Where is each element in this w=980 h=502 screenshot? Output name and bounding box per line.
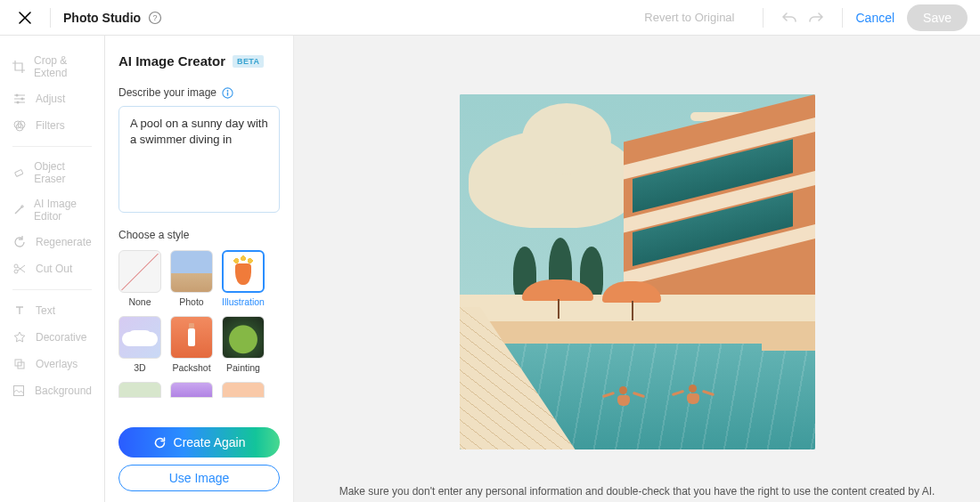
sidebar-item-background[interactable]: Background: [0, 377, 104, 404]
ai-disclaimer: Make sure you don't enter any personal i…: [322, 485, 953, 498]
main: Crop & Extend Adjust Filters Object Eras…: [0, 36, 980, 502]
close-button[interactable]: [12, 12, 37, 24]
eraser-icon: [12, 166, 25, 180]
help-button[interactable]: ?: [148, 11, 162, 25]
beta-badge: BETA: [233, 55, 264, 68]
sidebar-item-label: Object Eraser: [34, 160, 92, 185]
redo-icon: [808, 11, 824, 25]
revert-button[interactable]: Revert to Original: [644, 11, 734, 24]
divider: [50, 8, 51, 28]
sidebar-item-overlays[interactable]: Overlays: [0, 351, 104, 377]
sidebar-item-adjust[interactable]: Adjust: [0, 85, 104, 112]
sidebar-item-label: Overlays: [36, 358, 78, 370]
save-button[interactable]: Save: [907, 4, 968, 31]
divider: [12, 146, 92, 147]
redo-button[interactable]: [808, 11, 824, 25]
create-again-label: Create Again: [174, 435, 246, 449]
sidebar-item-label: Crop & Extend: [34, 54, 92, 79]
sidebar-item-ai-editor[interactable]: AI Image Editor: [0, 191, 104, 229]
style-option-packshot[interactable]: [170, 316, 213, 359]
svg-text:?: ?: [153, 13, 158, 22]
svg-point-4: [17, 101, 20, 104]
divider: [763, 8, 764, 28]
info-button[interactable]: [222, 87, 233, 99]
sidebar-item-label: Regenerate: [36, 236, 92, 248]
cancel-button[interactable]: Cancel: [855, 11, 894, 25]
divider: [842, 8, 843, 28]
scissors-icon: [12, 262, 27, 276]
style-option-3d[interactable]: [118, 316, 161, 359]
style-label: Packshot: [170, 362, 213, 373]
overlays-icon: [12, 357, 27, 371]
wand-icon: [12, 203, 25, 217]
help-icon: ?: [148, 11, 162, 25]
svg-point-3: [21, 98, 24, 101]
svg-point-15: [227, 90, 229, 92]
page-title: Photo Studio: [63, 11, 141, 25]
style-label: Illustration: [222, 296, 265, 307]
crop-icon: [12, 60, 25, 74]
sidebar-item-label: Text: [36, 304, 55, 317]
undo-icon: [781, 11, 797, 25]
create-again-button[interactable]: Create Again: [118, 427, 280, 457]
edit-panel: AI Image Creator BETA Describe your imag…: [105, 36, 293, 502]
close-icon: [19, 12, 31, 24]
svg-point-2: [16, 94, 19, 97]
style-label: None: [118, 296, 161, 307]
style-option-painting[interactable]: [222, 316, 265, 359]
style-option-photo[interactable]: [170, 250, 213, 293]
style-label: Painting: [222, 362, 265, 373]
sidebar-item-eraser[interactable]: Object Eraser: [0, 154, 104, 191]
style-label: 3D: [118, 362, 161, 373]
adjust-icon: [12, 92, 27, 106]
sidebar-item-label: Cut Out: [36, 263, 72, 275]
style-option-partial[interactable]: [222, 382, 265, 398]
decorative-icon: [12, 330, 27, 344]
undo-button[interactable]: [781, 11, 797, 25]
style-label: Photo: [170, 296, 213, 307]
svg-rect-16: [227, 92, 228, 95]
style-option-partial[interactable]: [170, 382, 213, 398]
left-nav: Crop & Extend Adjust Filters Object Eras…: [0, 36, 105, 502]
sidebar-item-label: Background: [35, 385, 92, 397]
sidebar-item-regenerate[interactable]: Regenerate: [0, 229, 104, 255]
svg-point-10: [14, 270, 18, 273]
sidebar-item-label: Adjust: [36, 93, 65, 105]
divider: [12, 289, 92, 290]
sidebar-item-label: Filters: [36, 119, 65, 132]
use-image-button[interactable]: Use Image: [118, 465, 280, 491]
sidebar-item-crop[interactable]: Crop & Extend: [0, 48, 104, 85]
filters-icon: [12, 118, 27, 133]
sidebar-item-label: Decorative: [36, 331, 86, 344]
sidebar-item-filters[interactable]: Filters: [0, 112, 104, 139]
style-option-illustration[interactable]: [222, 250, 265, 293]
info-icon: [222, 87, 233, 99]
svg-rect-8: [15, 169, 23, 176]
styles-grid: None Photo Illustration 3D Packshot: [118, 250, 280, 420]
style-option-partial[interactable]: [118, 382, 161, 398]
prompt-input[interactable]: [118, 106, 280, 213]
regenerate-icon: [12, 235, 27, 249]
svg-point-9: [14, 264, 18, 268]
sidebar-item-text[interactable]: Text: [0, 297, 104, 324]
top-bar: Photo Studio ? Revert to Original Cancel…: [0, 0, 980, 36]
sidebar-item-decorative[interactable]: Decorative: [0, 324, 104, 351]
canvas-area: Make sure you don't enter any personal i…: [293, 36, 980, 502]
generated-image-preview[interactable]: [460, 94, 815, 449]
text-icon: [12, 304, 27, 318]
regenerate-icon: [153, 436, 167, 449]
choose-style-label: Choose a style: [118, 229, 280, 241]
sidebar-item-cutout[interactable]: Cut Out: [0, 255, 104, 282]
panel-title: AI Image Creator: [118, 53, 225, 69]
style-option-none[interactable]: [118, 250, 161, 293]
background-icon: [12, 384, 26, 398]
describe-label: Describe your image: [118, 86, 216, 99]
sidebar-item-label: AI Image Editor: [34, 198, 92, 223]
